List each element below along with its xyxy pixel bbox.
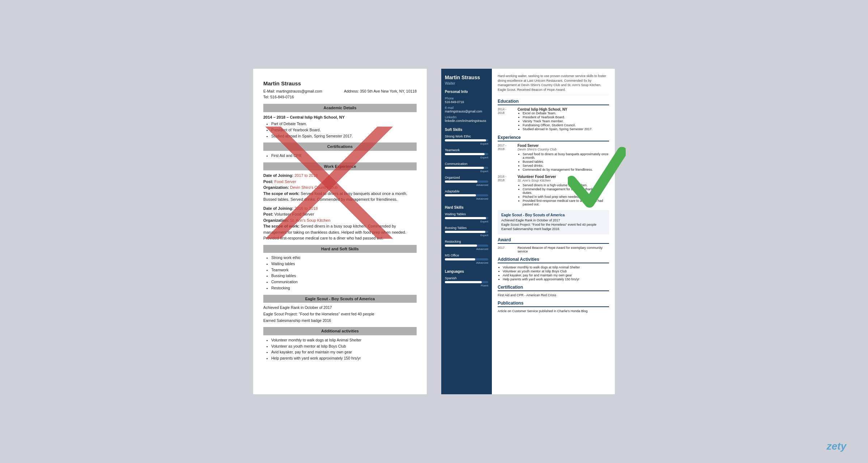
skill-item: Strong work ethic: [271, 255, 417, 261]
job1-date: 2017 to 2018: [294, 173, 318, 178]
additional-item: Volunteer as youth mentor at Islip Boys …: [271, 344, 417, 349]
linkedin-label: LinkedIn: [445, 115, 488, 119]
skills-list: Strong work ethic Waiting tables Teamwor…: [271, 255, 417, 291]
org-name-2: St. Ann's Soup Kitchen: [518, 179, 609, 182]
eagle-section: Eagle Scout - Boy Scouts of America Achi…: [498, 210, 609, 234]
exp-row-2: 2016 - 2018 Volunteer Food Server St. An…: [498, 175, 609, 207]
additional-section: Additional Activities Volunteer monthly …: [498, 257, 609, 281]
skill-item: Bussing tables: [271, 273, 417, 279]
certification-text: First Aid and CPR - American Red Cross: [498, 293, 609, 297]
additional-item: Volunteer monthly to walk dogs at Islip …: [271, 337, 417, 343]
cert-item: First Aid and CPR: [271, 153, 417, 159]
additional-list: Volunteer monthly to walk dogs at Islip …: [271, 337, 417, 361]
right-title: Waiter: [445, 81, 488, 85]
exp-date-2: 2016 - 2018: [498, 175, 514, 207]
job2-date: 2016 to 2018: [294, 206, 318, 211]
academic-list: Part of Debate Team. President of Yearbo…: [271, 121, 417, 139]
award-section: Award 2017 Received Beacon of Hope Award…: [498, 237, 609, 253]
academic-item: Studied abroad in Spain, Spring Semester…: [271, 133, 417, 139]
soft-skill-3: Communication Expert: [445, 162, 488, 173]
soft-skill-2: Teamwork Expert: [445, 148, 488, 159]
job1-post: Food Server: [275, 179, 297, 184]
phone-value: 516-849-0716: [445, 100, 488, 104]
award-row-1: 2017 Received Beacon of Hope Award for e…: [498, 246, 609, 253]
work-header: Work Experience: [263, 162, 417, 171]
academic-item: President of Yearbook Board.: [271, 127, 417, 133]
job1-org: Devin Shiro's Country Club: [290, 185, 338, 190]
award-text: Received Beacon of Hope Award for exempl…: [518, 246, 609, 253]
education-section: Education 2014 - 2018 Central Islip High…: [498, 99, 609, 131]
resume-sidebar: Martin Strauss Waiter Personal Info Phon…: [441, 69, 492, 394]
job2-post: Volunteer Food Server: [275, 212, 314, 216]
job2-org: St. Ann's Soup Kitchen: [290, 218, 331, 222]
org-name-1: Devin Shiro's Country Club: [518, 148, 609, 151]
job2: Date of Joining: 2016 to 2018 Post: Volu…: [263, 205, 417, 241]
skills-header: Hard and Soft Skills: [263, 245, 417, 253]
cert-list: First Aid and CPR: [271, 153, 417, 159]
eagle-item2: Eagle Scout Project: "Food for the Homel…: [501, 223, 605, 226]
soft-skill-1: Strong Work Ethic Expert: [445, 135, 488, 145]
additional-item: Help parents with yard work approximatel…: [271, 356, 417, 361]
skill-item: Communication: [271, 279, 417, 285]
job-title-2: Volunteer Food Server: [518, 175, 609, 179]
certification-section: Certification First Aid and CPR - Americ…: [498, 285, 609, 297]
exp-row-1: 2017 - 2018 Food Server Devin Shiro's Co…: [498, 144, 609, 172]
exp-list-2: Served diners in a high-volume soup kitc…: [523, 183, 609, 206]
edu-list: Excel on Debate Team. President of Yearb…: [523, 111, 592, 131]
left-tel: Tel: 516-849-0716: [263, 94, 417, 100]
languages-title: Languages: [445, 269, 488, 273]
skill-item: Teamwork: [271, 267, 417, 273]
award-title: Award: [498, 237, 609, 244]
certification-title: Certification: [498, 285, 609, 291]
job1: Date of Joining: 2017 to 2018 Post: Food…: [263, 173, 417, 203]
email-value: martingstrauss@gmail.com: [445, 110, 488, 113]
hard-skill-2: Bussing Tables Expert: [445, 226, 488, 237]
resume-left: Martin Strauss E-Mail: martingstrauss@gm…: [253, 69, 427, 394]
left-address: Address: 350 5th Ave New York, NY, 10118: [344, 89, 417, 94]
exp-date-1: 2017 - 2018: [498, 144, 514, 172]
eagle-header: Eagle Scout - Boy Scouts of America: [263, 295, 417, 303]
edu-date: 2014 - 2018: [498, 107, 514, 131]
eagle-item3: Earned Salesmanship merit badge 2016: [263, 318, 417, 324]
job-title-1: Food Server: [518, 144, 609, 148]
hard-skill-3: Restocking Advanced: [445, 240, 488, 251]
eagle-item1: Achieved Eagle Rank in October of 2017: [501, 218, 605, 222]
school-name: Central Islip High School, NY: [518, 107, 592, 111]
left-email: E-Mail: martingstrauss@gmail.com: [263, 89, 322, 94]
language-1: Spanish Fluent: [445, 276, 488, 287]
personal-info-title: Personal Info: [445, 90, 488, 94]
phone-label: Phone: [445, 97, 488, 100]
academic-item: Part of Debate Team.: [271, 121, 417, 127]
right-name: Martin Strauss: [445, 75, 488, 81]
soft-skill-5: Adaptable Advanced: [445, 190, 488, 200]
eagle-title: Eagle Scout - Boy Scouts of America: [501, 213, 605, 217]
soft-skills-title: Soft Skills: [445, 128, 488, 132]
email-label: E-mail: [445, 106, 488, 110]
left-name: Martin Strauss: [263, 80, 417, 88]
academic-header: Academic Details: [263, 104, 417, 112]
zety-watermark: zety: [827, 441, 846, 452]
hard-skills-title: Hard Skills: [445, 205, 488, 209]
publications-section: Publications Article on Customer Service…: [498, 301, 609, 313]
additional-title: Additional Activities: [498, 257, 609, 263]
exp-list-1: Served food to diners at busy banquets a…: [523, 152, 609, 171]
additional-list: Volunteer monthly to walk dogs at Islip …: [503, 266, 609, 281]
experience-title: Experience: [498, 135, 609, 141]
hard-skill-4: MS Office Advanced: [445, 254, 488, 264]
resume-main-content: Hard-working waiter, seeking to use prov…: [492, 69, 615, 394]
eagle-item3: Earned Salesmanship merit badge 2016: [501, 227, 605, 231]
publications-title: Publications: [498, 301, 609, 307]
education-title: Education: [498, 99, 609, 105]
edu-row-1: 2014 - 2018 Central Islip High School, N…: [498, 107, 609, 131]
skill-item: Restocking: [271, 285, 417, 291]
linkedin-value: linkedin.com/in/martingstrauss: [445, 119, 488, 123]
academic-entry: 2014 – 2018 – Central Islip High School,…: [263, 114, 417, 120]
eagle-item1: Achieved Eagle Rank in October of 2017: [263, 305, 417, 311]
additional-item: Avid kayaker, pay for and maintain my ow…: [271, 349, 417, 355]
soft-skill-4: Organized Advanced: [445, 176, 488, 187]
award-date: 2017: [498, 246, 514, 253]
skill-item: Waiting tables: [271, 261, 417, 267]
hard-skill-1: Waiting Tables Expert: [445, 212, 488, 223]
publications-text: Article on Customer Service published in…: [498, 309, 609, 313]
summary: Hard-working waiter, seeking to use prov…: [498, 74, 609, 95]
